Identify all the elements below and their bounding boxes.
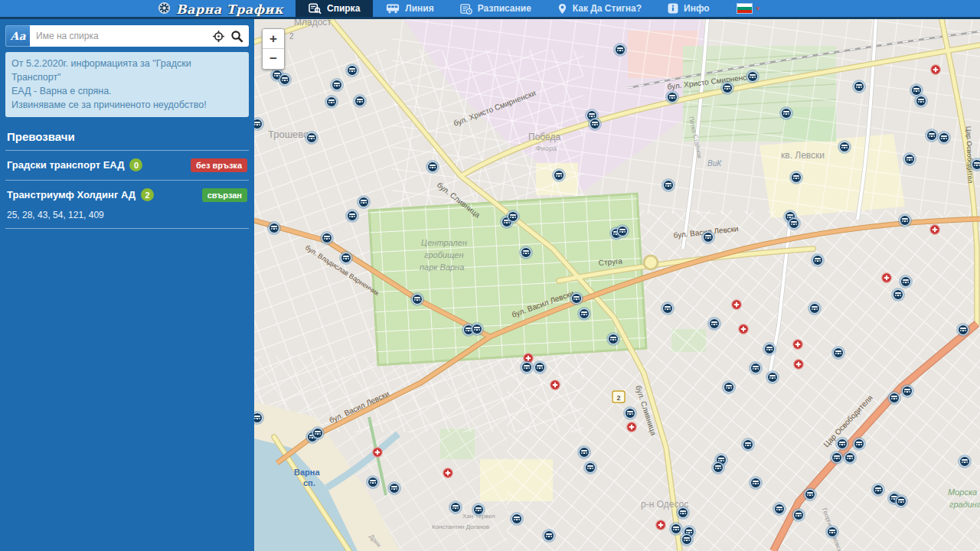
zoom-out-button[interactable]: − [263, 49, 284, 69]
bus-stop-marker[interactable] [830, 451, 844, 465]
bus-stop-marker[interactable] [472, 503, 485, 517]
bus-stop-marker[interactable] [825, 525, 839, 539]
bus-stop-marker[interactable] [787, 217, 801, 230]
bus-stop-marker[interactable] [773, 502, 786, 516]
bus-stop-marker[interactable] [852, 437, 866, 451]
bus-stop-marker[interactable] [623, 406, 637, 420]
bus-stop-marker[interactable] [267, 221, 281, 235]
tab-razpisanie[interactable]: Разписание [447, 0, 544, 17]
bus-stop-marker[interactable] [345, 64, 359, 77]
bus-stop-marker[interactable] [779, 106, 793, 120]
bus-stop-marker[interactable] [792, 508, 805, 522]
bus-stop-marker[interactable] [470, 322, 484, 336]
bus-stop-marker[interactable] [520, 360, 534, 374]
bus-stop-marker[interactable] [711, 461, 725, 474]
bus-stop-marker[interactable] [320, 231, 334, 245]
bus-stop-marker[interactable] [899, 275, 913, 289]
bus-stop-marker[interactable] [871, 483, 885, 497]
bus-stop-marker[interactable] [533, 360, 547, 374]
bus-stop-marker[interactable] [958, 455, 972, 468]
bus-stop-marker[interactable] [894, 494, 908, 508]
bus-stop-marker[interactable] [749, 361, 763, 375]
bus-stop-marker[interactable] [325, 95, 338, 109]
bus-stop-marker[interactable] [763, 342, 776, 356]
bus-stop-marker[interactable] [330, 78, 344, 92]
info-icon [668, 3, 678, 14]
bus-stop-marker[interactable] [741, 438, 755, 452]
carrier-name[interactable]: Градски транспорт ЕАД [7, 159, 124, 171]
bus-stop-marker[interactable] [852, 80, 866, 93]
bus-stop-marker[interactable] [925, 129, 939, 142]
bus-stop-marker[interactable] [449, 500, 462, 514]
search-magnifier-icon[interactable] [227, 27, 246, 45]
tab-linia[interactable]: Линия [373, 0, 446, 17]
bus-stop-marker[interactable] [956, 323, 970, 337]
bus-stop-marker[interactable] [665, 90, 679, 104]
bus-stop-marker[interactable] [937, 131, 951, 145]
map[interactable]: + − [254, 19, 980, 551]
bus-stop-marker[interactable] [510, 512, 524, 526]
bus-stop-marker[interactable] [357, 195, 371, 209]
bus-stop-marker[interactable] [616, 224, 629, 238]
bus-stop-marker[interactable] [749, 476, 763, 490]
bus-stop-marker[interactable] [808, 302, 822, 315]
font-size-toggle[interactable]: Aa [5, 25, 30, 47]
bus-stop-marker[interactable] [707, 317, 721, 331]
bus-stop-marker[interactable] [577, 307, 591, 321]
bus-stop-marker[interactable] [891, 288, 905, 302]
locate-crosshair-icon[interactable] [209, 27, 227, 45]
tab-spirka[interactable]: Спирка [296, 0, 373, 17]
bus-stop-marker[interactable] [903, 152, 916, 166]
language-selector[interactable]: ▾ [732, 0, 765, 17]
bus-stop-marker[interactable] [898, 214, 912, 227]
bus-stop-marker[interactable] [914, 94, 928, 108]
bus-stop-marker[interactable] [542, 529, 556, 543]
bus-stop-marker[interactable] [519, 246, 533, 259]
bus-stop-marker[interactable] [803, 487, 817, 501]
bus-stop-marker[interactable] [680, 533, 694, 546]
bus-stop-marker[interactable] [588, 117, 602, 131]
carrier-count-badge: 2 [141, 188, 154, 201]
bus-stop-marker[interactable] [570, 292, 583, 305]
bus-stop-marker[interactable] [676, 506, 690, 520]
bus-stop-marker[interactable] [746, 70, 760, 83]
bus-stop-marker[interactable] [426, 160, 439, 174]
bus-stop-marker[interactable] [278, 73, 292, 86]
bus-stop-marker[interactable] [506, 210, 520, 223]
bus-stop-marker[interactable] [838, 140, 851, 154]
bus-stop-marker[interactable] [410, 292, 424, 306]
bus-stop-marker[interactable] [552, 168, 566, 182]
bus-stop-marker[interactable] [811, 253, 825, 267]
bus-stop-marker[interactable] [577, 445, 591, 459]
tab-kak-da-stigna[interactable]: Как Да Стигна? [544, 0, 655, 17]
bus-stop-marker[interactable] [669, 522, 683, 536]
bus-stop-marker[interactable] [339, 251, 353, 265]
bus-stop-marker[interactable] [353, 94, 367, 108]
bus-stop-marker[interactable] [835, 437, 849, 451]
carrier-name[interactable]: Транстриумф Холдинг АД [7, 189, 136, 201]
bus-stop-marker[interactable] [722, 380, 736, 394]
bus-stop-marker[interactable] [661, 302, 675, 315]
zoom-in-button[interactable]: + [263, 29, 284, 49]
bus-stop-marker[interactable] [720, 81, 734, 95]
bus-stop-marker[interactable] [831, 346, 845, 360]
bus-stop-marker[interactable] [662, 178, 675, 192]
bus-stop-marker[interactable] [900, 384, 914, 398]
bus-stop-marker[interactable] [843, 451, 857, 465]
bus-stop-marker[interactable] [766, 370, 779, 384]
bus-stop-marker[interactable] [311, 426, 325, 440]
bus-stop-marker[interactable] [387, 481, 401, 495]
bus-stop-marker[interactable] [606, 332, 620, 346]
bus-stop-marker[interactable] [583, 461, 597, 474]
bus-stop-marker[interactable] [305, 131, 318, 145]
bus-stop-marker[interactable] [366, 475, 380, 489]
bus-stop-marker[interactable] [789, 171, 803, 184]
tab-info[interactable]: Инфо [655, 0, 723, 17]
bus-stop-marker[interactable] [887, 391, 901, 405]
stop-name-input[interactable] [36, 31, 209, 41]
bus-stop-marker[interactable] [613, 43, 627, 57]
bus-stop-marker[interactable] [701, 230, 715, 244]
app-logo[interactable]: Варна Трафик [157, 1, 283, 18]
bus-stop-marker[interactable] [345, 209, 359, 223]
map-canvas[interactable]: ТрошевоПобедаФиоракв. Левскир-н ОдесосВи… [254, 19, 980, 551]
